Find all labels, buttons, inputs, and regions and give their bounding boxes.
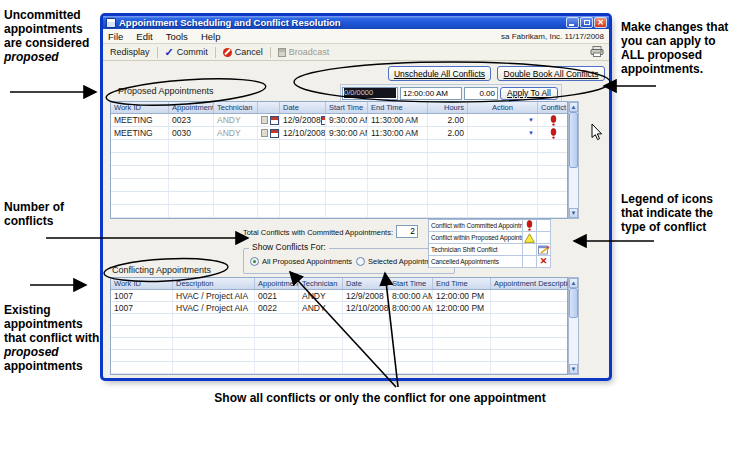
toolbar-separator [157, 47, 158, 58]
conflicting-scrollbar[interactable]: ▲ ▼ [568, 277, 579, 375]
legend-empty-cell [523, 244, 537, 256]
annotation-text: Existing appointments that conflict with [4, 303, 99, 345]
cell-work-id: MEETING [111, 114, 169, 126]
cell-description: HVAC / Project AIA [173, 302, 255, 313]
redisplay-button[interactable]: Redisplay [108, 47, 152, 57]
conflicting-appointments-grid: Work ID Description Appointment Technici… [110, 277, 568, 375]
column-header-appointment-description: Appointment Description [491, 278, 569, 289]
scroll-track[interactable] [569, 318, 578, 364]
calendar-lookup-icon[interactable] [270, 129, 279, 138]
annotation-existing: Existing appointments that conflict with… [4, 303, 100, 373]
column-header-description: Description [173, 278, 255, 289]
window-title: Appointment Scheduling and Conflict Reso… [119, 17, 565, 28]
menu-help[interactable]: Help [201, 31, 221, 42]
date-text: 12/9/2008 [283, 115, 321, 125]
cell-technician: ANDY [214, 114, 258, 126]
column-header-end-time: End Time [433, 278, 491, 289]
toolbar: Redisplay ✓ Commit Cancel Broadcast [103, 44, 609, 61]
annotation-make-changes: Make changes that you can apply to ALL p… [621, 20, 734, 76]
scroll-track[interactable] [569, 168, 578, 208]
scroll-up-icon[interactable]: ▲ [569, 278, 578, 288]
empty-row [111, 153, 567, 166]
time-field[interactable]: 12:00:00 AM [400, 87, 462, 100]
cell-date: 12/10/2008 [280, 127, 326, 139]
column-header-work-id: Work ID [111, 102, 169, 113]
legend-label: Conflict with Committed Appointments [429, 220, 523, 232]
proposed-appointments-grid: Work ID Appointment Technician Date Star… [110, 101, 568, 219]
yellow-triangle-icon [523, 232, 537, 244]
date-field-value: 0/0/0000 [344, 88, 396, 98]
cell-date: 12/10/2008 [343, 302, 389, 313]
cell-start-time: 9:30:00 AM [326, 127, 368, 139]
legend-label: Technician Shift Conflict [429, 244, 523, 256]
annotation-italic: proposed [4, 345, 59, 359]
scroll-thumb[interactable] [569, 112, 578, 168]
cell-appointment-description [491, 290, 569, 301]
calendar-lookup-icon[interactable] [270, 116, 279, 125]
menu-bar: File Edit Tools Help sa Fabrikam, Inc. 1… [103, 29, 609, 44]
column-header-technician: Technician [299, 278, 343, 289]
show-conflicts-label: Show Conflicts For: [249, 242, 329, 252]
close-button[interactable]: ✕ [594, 17, 607, 28]
scroll-down-icon[interactable]: ▼ [569, 364, 578, 374]
scroll-down-icon[interactable]: ▼ [569, 208, 578, 218]
annotation-uncommitted: Uncommitted appointments are considered … [4, 8, 94, 64]
conflicting-row[interactable]: 1007 HVAC / Project AIA 0022 ANDY 12/10/… [111, 302, 567, 314]
total-conflicts-label: Total Conflicts with Committed Appointme… [238, 228, 393, 237]
double-book-all-conflicts-button[interactable]: Double Book All Conflicts [497, 66, 605, 81]
broadcast-label: Broadcast [289, 47, 330, 57]
chevron-down-icon: ▼ [528, 130, 534, 136]
redisplay-label: Redisplay [110, 47, 150, 57]
proposed-scrollbar[interactable]: ▲ ▼ [568, 101, 579, 219]
cell-appointment: 0022 [255, 302, 299, 313]
cell-appointment-description [491, 302, 569, 313]
date-field[interactable]: 0/0/0000 [342, 87, 398, 100]
menu-tools[interactable]: Tools [166, 31, 188, 42]
note-icon[interactable] [261, 116, 268, 124]
cell-hours: 2.00 [428, 127, 468, 139]
cell-date: 12/9/2008 [280, 114, 326, 126]
cell-icons [258, 114, 280, 126]
proposed-row[interactable]: MEETING 0023 ANDY 12/9/2008 9:30:00 AM 1… [111, 114, 567, 127]
menu-edit[interactable]: Edit [136, 31, 152, 42]
cell-start-time: 8:00:00 AM [389, 290, 433, 301]
cancel-button[interactable]: Cancel [221, 47, 265, 57]
maximize-button[interactable] [580, 17, 593, 28]
cell-icons [258, 127, 280, 139]
column-header-start-time: Start Time [326, 102, 368, 113]
unschedule-all-conflicts-button[interactable]: Unschedule All Conflicts [388, 66, 491, 81]
column-header-appointment: Appointment [255, 278, 299, 289]
shift-conflict-icon [537, 244, 551, 256]
note-icon[interactable] [261, 129, 268, 137]
cell-technician: ANDY [299, 290, 343, 301]
annotation-number-of-conflicts: Number of conflicts [4, 200, 94, 228]
checkmark-icon: ✓ [165, 47, 174, 57]
proposed-row[interactable]: MEETING 0030 ANDY 12/10/2008 9:30:00 AM … [111, 127, 567, 140]
cell-end-time: 12:00:00 PM [433, 302, 491, 313]
apply-to-all-button[interactable]: Apply To All [500, 87, 558, 100]
scroll-thumb[interactable] [569, 288, 578, 318]
print-icon[interactable] [590, 46, 604, 59]
cell-action-dropdown[interactable]: ▼ [468, 114, 538, 126]
app-icon [106, 18, 116, 28]
minimize-button[interactable] [566, 17, 579, 28]
menu-file[interactable]: File [108, 31, 123, 42]
cell-appointment: 0030 [169, 127, 214, 139]
legend-label: Cancelled Appointments [429, 256, 523, 268]
cell-action-dropdown[interactable]: ▼ [468, 127, 538, 139]
conflicting-row[interactable]: 1007 HVAC / Project AIA 0021 ANDY 12/9/2… [111, 290, 567, 302]
toolbar-separator [270, 47, 271, 58]
column-header-action: Action [468, 102, 538, 113]
broadcast-button[interactable]: Broadcast [276, 47, 332, 57]
radio-unselected-icon [356, 257, 365, 266]
scroll-up-icon[interactable]: ▲ [569, 102, 578, 112]
column-header-hours: Hours [428, 102, 468, 113]
commit-button[interactable]: ✓ Commit [163, 47, 210, 57]
hours-field[interactable]: 0.00 [464, 87, 498, 100]
column-header-appointment: Appointment [169, 102, 214, 113]
column-header-icons [258, 102, 280, 113]
cell-appointment: 0021 [255, 290, 299, 301]
empty-row [111, 140, 567, 153]
empty-row [111, 338, 567, 350]
radio-all-proposed-appointments[interactable]: All Proposed Appointments [250, 257, 352, 266]
